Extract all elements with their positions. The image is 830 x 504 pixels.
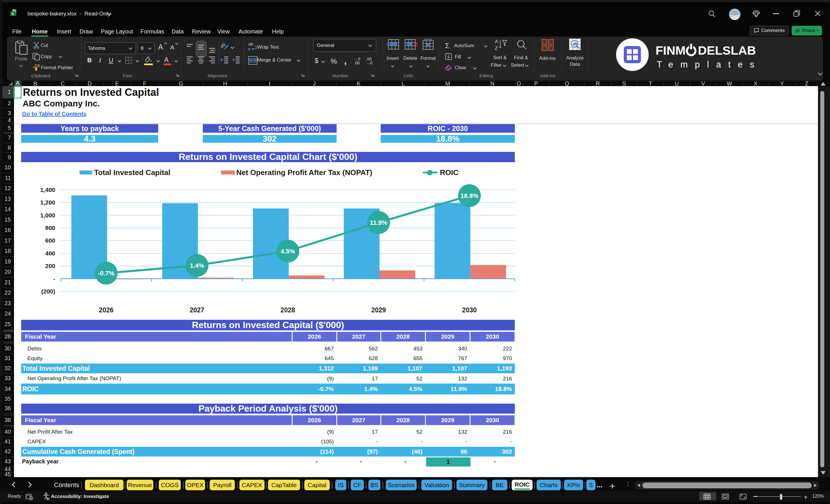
svg-text:(200): (200)	[41, 288, 55, 295]
svg-text:400: 400	[45, 250, 55, 257]
svg-text:800: 800	[45, 224, 55, 231]
svg-text:1,400: 1,400	[40, 187, 55, 193]
svg-text:600: 600	[45, 237, 55, 244]
svg-text:-0.7%: -0.7%	[98, 270, 115, 277]
svg-text:2026: 2026	[99, 306, 114, 314]
svg-text:18.8%: 18.8%	[460, 192, 478, 199]
svg-text:2030: 2030	[462, 306, 477, 314]
svg-text:11.9%: 11.9%	[370, 219, 387, 226]
svg-text:4.5%: 4.5%	[281, 248, 295, 255]
svg-text:-: -	[53, 276, 55, 282]
svg-text:1,200: 1,200	[40, 199, 55, 206]
svg-text:1,000: 1,000	[40, 212, 55, 219]
svg-text:200: 200	[45, 262, 55, 269]
svg-text:2028: 2028	[281, 306, 295, 314]
svg-text:2029: 2029	[371, 306, 386, 314]
svg-text:1.4%: 1.4%	[190, 262, 204, 269]
svg-text:2027: 2027	[190, 306, 204, 314]
